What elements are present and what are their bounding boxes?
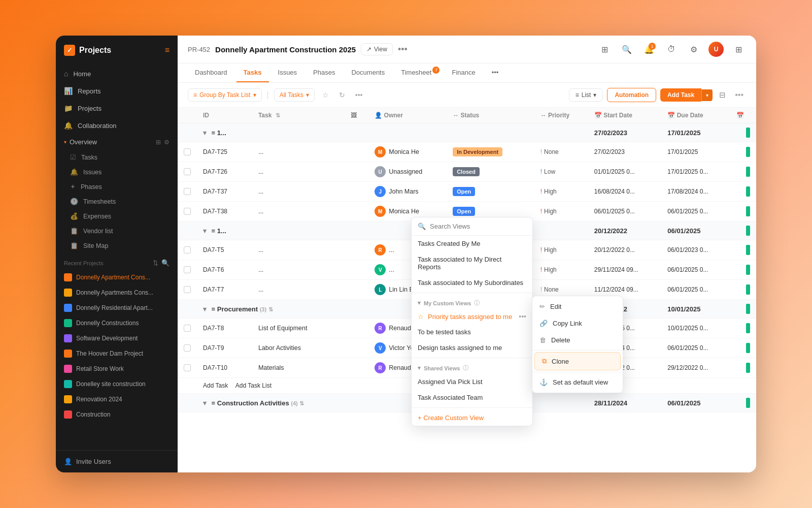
- notifications-icon[interactable]: 🔔 1: [641, 42, 657, 57]
- add-task-main[interactable]: Add Task: [660, 88, 701, 102]
- header-more-icon[interactable]: •••: [398, 44, 408, 55]
- row-checkbox-t5[interactable]: [184, 246, 191, 253]
- sidebar-sub-issues[interactable]: 🔔 Issues: [56, 165, 178, 179]
- recent-search-icon[interactable]: 🔍: [161, 259, 170, 267]
- tab-documents[interactable]: Documents: [344, 64, 392, 82]
- new-tab-icon[interactable]: ⊞: [597, 42, 612, 57]
- row-checkbox-t6[interactable]: [184, 266, 191, 273]
- settings-icon[interactable]: ⚙: [686, 42, 701, 57]
- task-name-t9[interactable]: Labor Activities: [252, 338, 345, 358]
- add-task-button[interactable]: Add Task ▾: [660, 88, 713, 102]
- context-item-clone[interactable]: ⧉ Clone: [534, 352, 621, 370]
- view-button[interactable]: ↗ View: [361, 43, 393, 55]
- overview-icon-1[interactable]: ⊞: [156, 139, 161, 146]
- recent-project-6[interactable]: Retail Store Work: [56, 361, 178, 376]
- tasks-sub-label: Tasks: [81, 154, 97, 161]
- tab-dashboard[interactable]: Dashboard: [188, 64, 234, 82]
- sidebar-sub-vendor[interactable]: 📋 Vendor list: [56, 224, 178, 238]
- due-t25: 17/01/2025: [661, 142, 730, 162]
- recent-project-5[interactable]: The Hoover Dam Project: [56, 346, 178, 361]
- recent-project-0[interactable]: Donnelly Apartment Cons...: [56, 270, 178, 285]
- tab-issues[interactable]: Issues: [271, 64, 304, 82]
- views-item-team[interactable]: Task Associated Team: [412, 390, 532, 405]
- views-item-subordinates[interactable]: Task associated to My Subordinates: [412, 275, 532, 291]
- due-t6: 06/01/2025 0...: [661, 260, 730, 280]
- create-custom-view-link[interactable]: + Create Custom View: [412, 410, 532, 426]
- views-item-assigned[interactable]: Assigned Via Pick List: [412, 374, 532, 390]
- group-row-1[interactable]: ▾ ≡ 1... 27/02/2023 17/01/2025: [178, 123, 756, 142]
- search-views-input[interactable]: [430, 223, 526, 230]
- sidebar-sub-tasks[interactable]: ☑ Tasks: [56, 150, 178, 165]
- views-item-design[interactable]: Design tasks assigned to me: [412, 340, 532, 356]
- sidebar-sub-sitemap[interactable]: 📋 Site Map: [56, 238, 178, 253]
- automation-button[interactable]: Automation: [607, 88, 656, 102]
- hamburger-icon[interactable]: ≡: [165, 46, 170, 55]
- row-checkbox-t8[interactable]: [184, 325, 191, 332]
- row-checkbox-t37[interactable]: [184, 188, 191, 195]
- recent-project-4[interactable]: Software Development: [56, 331, 178, 346]
- overview-arrow-icon[interactable]: ▾: [64, 139, 66, 145]
- add-task-dropdown[interactable]: ▾: [701, 89, 713, 101]
- row-checkbox-t25[interactable]: [184, 148, 191, 155]
- priority-t37: High: [544, 188, 557, 195]
- refresh-icon[interactable]: ↻: [336, 88, 348, 102]
- sidebar-sub-timesheets[interactable]: 🕐 Timesheets: [56, 194, 178, 209]
- recent-projects-label: Recent Projects: [64, 260, 104, 266]
- row-checkbox-t9[interactable]: [184, 344, 191, 352]
- tab-tasks[interactable]: Tasks: [236, 64, 269, 82]
- sidebar-item-reports[interactable]: 📊 Reports: [56, 82, 178, 100]
- recent-project-3[interactable]: Donnelly Constructions: [56, 315, 178, 331]
- invite-users-btn[interactable]: 👤 Invite Users: [56, 450, 178, 472]
- views-item-direct[interactable]: Task associated to My Direct Reports: [412, 251, 532, 275]
- add-task-list-link[interactable]: Add Task List: [235, 382, 272, 389]
- row-checkbox-t10[interactable]: [184, 364, 191, 371]
- all-tasks-button[interactable]: All Tasks ▾: [274, 88, 315, 102]
- views-three-dots[interactable]: •••: [519, 312, 526, 321]
- user-avatar[interactable]: U: [708, 42, 724, 57]
- add-task-link[interactable]: Add Task: [203, 382, 228, 389]
- tab-phases[interactable]: Phases: [306, 64, 342, 82]
- tab-more[interactable]: •••: [485, 64, 506, 82]
- tab-timesheet[interactable]: Timesheet 7: [394, 64, 443, 82]
- toolbar: ≡ Group By Task List ▾ | All Tasks ▾ ☆ ↻…: [178, 83, 756, 108]
- overview-icon-2[interactable]: ⚙: [164, 139, 170, 146]
- star-icon[interactable]: ☆: [320, 88, 331, 102]
- recent-project-2[interactable]: Donnelly Residential Apart...: [56, 300, 178, 315]
- group-by-button[interactable]: ≡ Group By Task List ▾: [188, 88, 262, 102]
- sidebar-sub-expenses[interactable]: 💰 Expenses: [56, 209, 178, 224]
- views-item-tested[interactable]: To be tested tasks: [412, 324, 532, 340]
- sidebar-item-projects[interactable]: 📁 Projects: [56, 100, 178, 117]
- toolbar-right-more-icon[interactable]: •••: [732, 88, 746, 102]
- active-custom-view-label[interactable]: Priority tasks assigned to me: [428, 313, 512, 321]
- row-checkbox-t26[interactable]: [184, 168, 191, 175]
- search-icon[interactable]: 🔍: [619, 42, 634, 57]
- list-view-button[interactable]: ≡ List ▾: [569, 88, 603, 102]
- context-item-delete[interactable]: 🗑 Delete: [532, 332, 623, 348]
- task-name-t10[interactable]: Materials: [252, 358, 345, 378]
- context-item-copy-link[interactable]: 🔗 Copy Link: [532, 315, 623, 332]
- sidebar-item-home[interactable]: ⌂ Home: [56, 65, 178, 82]
- recent-project-1[interactable]: Donnelly Apartments Cons...: [56, 285, 178, 300]
- recent-project-label-6: Retail Store Work: [76, 365, 124, 372]
- sidebar-item-collaboration[interactable]: 🔔 Collaboration: [56, 117, 178, 134]
- row-checkbox-t7[interactable]: [184, 286, 191, 293]
- context-item-default-view[interactable]: ⚓ Set as default view: [532, 374, 623, 391]
- recent-project-8[interactable]: Renovation 2024: [56, 392, 178, 407]
- all-tasks-label: All Tasks: [280, 91, 303, 99]
- views-item-created[interactable]: Tasks Created By Me: [412, 236, 532, 251]
- owner-t37: John Mars: [389, 188, 418, 195]
- context-item-edit[interactable]: ✏ Edit: [532, 298, 623, 315]
- tab-finance[interactable]: Finance: [445, 64, 482, 82]
- sidebar-sub-phases[interactable]: ✦ Phases: [56, 179, 178, 194]
- row-checkbox-t38[interactable]: [184, 208, 191, 215]
- recent-project-9[interactable]: Construction: [56, 407, 178, 422]
- filter-icon[interactable]: ⊟: [717, 88, 728, 102]
- recent-sort-icon[interactable]: ⇅: [153, 259, 158, 267]
- top-bar-right: ⊞ 🔍 🔔 1 ⏱ ⚙ U ⊞: [597, 42, 746, 57]
- task-name-t8[interactable]: List of Equipment: [252, 319, 345, 338]
- owner-t6: ...: [389, 266, 394, 273]
- toolbar-more-icon[interactable]: •••: [353, 88, 365, 102]
- recent-project-7[interactable]: Donelley site construction: [56, 376, 178, 392]
- app-grid-icon[interactable]: ⊞: [731, 42, 746, 57]
- timer-icon[interactable]: ⏱: [664, 42, 679, 57]
